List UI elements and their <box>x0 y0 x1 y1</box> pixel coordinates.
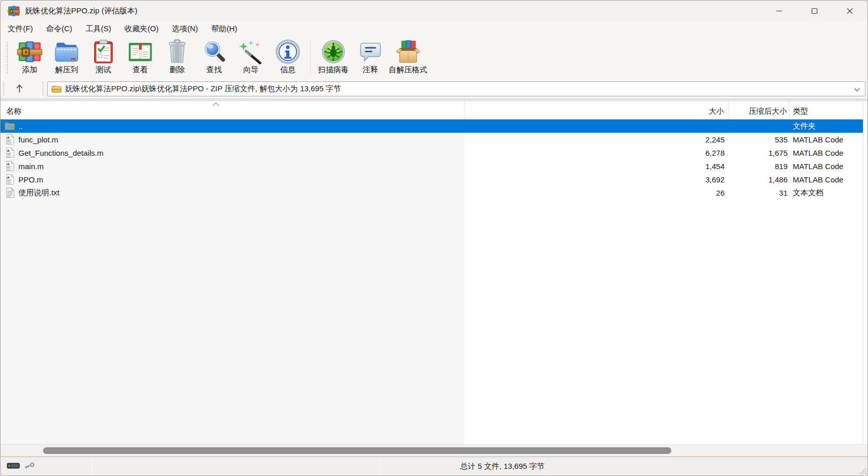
archive-path: 妩蛛优化算法PPO.zip\妩蛛优化算法PPO - ZIP 压缩文件, 解包大小… <box>65 84 341 94</box>
toolbar-label: 注释 <box>363 65 378 75</box>
window-title: 妩蛛优化算法PPO.zip (评估版本) <box>25 6 137 16</box>
table-row[interactable]: 使用说明.txt 26 31 文本文档 <box>1 186 863 199</box>
file-type: 文件夹 <box>790 121 863 131</box>
file-packed-size: 1,675 <box>729 149 790 157</box>
matlab-file-icon <box>5 161 15 171</box>
comment-button[interactable]: 注释 <box>352 36 389 75</box>
folder-up-icon <box>5 121 15 131</box>
file-type: MATLAB Code <box>790 135 863 144</box>
file-type: 文本文档 <box>790 188 863 198</box>
file-size: 3,692 <box>464 175 729 184</box>
horizontal-scrollbar[interactable] <box>1 444 867 457</box>
column-header-size[interactable]: 大小 <box>464 101 729 119</box>
add-archive-icon <box>17 39 43 65</box>
toolbar-label: 扫描病毒 <box>318 65 349 75</box>
minimize-icon <box>776 8 782 14</box>
delete-button[interactable]: 删除 <box>159 36 196 75</box>
toolbar-label: 查找 <box>206 65 222 75</box>
winrar-window: 妩蛛优化算法PPO.zip (评估版本) 文件(F) 命令(C) 工具(S) 收… <box>0 0 868 476</box>
file-size: 6,278 <box>464 149 729 157</box>
menu-favorites[interactable]: 收藏夹(O) <box>124 24 159 34</box>
toolbar-label: 信息 <box>280 65 295 75</box>
up-one-level-button[interactable] <box>11 81 28 96</box>
matlab-file-icon <box>5 148 15 158</box>
file-packed-size: 1,486 <box>729 175 790 184</box>
file-type: MATLAB Code <box>790 175 863 184</box>
menu-bar: 文件(F) 命令(C) 工具(S) 收藏夹(O) 选项(N) 帮助(H) <box>1 21 867 36</box>
view-button[interactable]: 查看 <box>122 36 159 75</box>
menu-file[interactable]: 文件(F) <box>8 24 33 34</box>
table-row[interactable]: Get_Functions_details.m 6,278 1,675 MATL… <box>1 146 863 159</box>
maximize-button[interactable] <box>797 1 832 21</box>
file-packed-size: 819 <box>729 162 790 171</box>
toolbar-label: 删除 <box>170 65 185 75</box>
table-row[interactable]: main.m 1,454 819 MATLAB Code <box>1 159 863 173</box>
file-rows: .. 文件夹 func_plot.m <box>1 119 863 199</box>
menu-help[interactable]: 帮助(H) <box>211 24 237 34</box>
find-button[interactable]: 查找 <box>196 36 232 75</box>
file-list: 名称 大小 压缩后大小 类型 .. 文件夹 <box>1 99 867 444</box>
archive-path-combobox[interactable]: 妩蛛优化算法PPO.zip\妩蛛优化算法PPO - ZIP 压缩文件, 解包大小… <box>47 81 865 96</box>
table-row[interactable]: PPO.m 3,692 1,486 MATLAB Code <box>1 173 863 186</box>
file-name: Get_Functions_details.m <box>18 149 103 157</box>
file-size: 26 <box>464 189 729 197</box>
close-icon <box>846 8 853 14</box>
menu-commands[interactable]: 命令(C) <box>46 24 72 34</box>
winrar-logo-icon <box>8 6 20 16</box>
close-button[interactable] <box>832 1 867 21</box>
virus-scan-icon <box>321 39 346 65</box>
column-header-name[interactable]: 名称 <box>1 101 464 119</box>
maximize-icon <box>811 8 818 14</box>
toolbar-gripper <box>7 42 8 73</box>
resize-grip[interactable] <box>859 467 866 474</box>
table-row[interactable]: .. 文件夹 <box>1 119 863 133</box>
matlab-file-icon <box>5 174 15 184</box>
title-bar: 妩蛛优化算法PPO.zip (评估版本) <box>1 1 867 21</box>
test-archive-icon <box>91 39 116 65</box>
drive-status-icon <box>7 462 20 470</box>
archive-summary: 总计 5 文件, 13,695 字节 <box>379 457 625 475</box>
table-row[interactable]: func_plot.m 2,245 535 MATLAB Code <box>1 133 863 146</box>
column-header-type[interactable]: 类型 <box>790 101 863 119</box>
column-header-packed-size[interactable]: 压缩后大小 <box>729 101 790 119</box>
comment-icon <box>357 39 383 65</box>
status-bar: 总计 5 文件, 13,695 字节 <box>1 457 867 475</box>
text-file-icon <box>5 188 15 198</box>
file-name: main.m <box>18 162 44 171</box>
wizard-icon <box>238 39 264 65</box>
sfx-icon <box>395 39 421 65</box>
toolbar-label: 添加 <box>22 65 37 75</box>
file-packed-size: 535 <box>729 135 790 144</box>
key-status-icon <box>23 461 35 470</box>
chevron-down-icon[interactable] <box>854 88 860 92</box>
file-size: 2,245 <box>464 135 729 144</box>
menu-options[interactable]: 选项(N) <box>172 24 198 34</box>
sort-ascending-icon <box>212 102 220 107</box>
menu-tools[interactable]: 工具(S) <box>86 24 111 34</box>
scrollbar-thumb[interactable] <box>43 447 671 454</box>
matlab-file-icon <box>5 134 15 144</box>
up-arrow-icon <box>15 84 24 93</box>
find-icon <box>201 39 227 65</box>
file-type: MATLAB Code <box>790 149 863 157</box>
file-name: .. <box>18 122 23 131</box>
extract-to-button[interactable]: 解压到 <box>48 36 85 75</box>
zip-folder-icon <box>52 85 61 93</box>
view-file-icon <box>128 39 153 65</box>
address-gripper-2 <box>43 82 44 95</box>
sfx-button[interactable]: 自解压格式 <box>389 36 427 75</box>
wizard-button[interactable]: 向导 <box>232 36 269 75</box>
file-name: 使用说明.txt <box>18 188 59 198</box>
file-size: 1,454 <box>464 162 729 171</box>
minimize-button[interactable] <box>761 1 797 21</box>
file-name: func_plot.m <box>18 135 58 144</box>
add-button[interactable]: 添加 <box>11 36 48 75</box>
scan-virus-button[interactable]: 扫描病毒 <box>315 36 352 75</box>
statusbar-separator <box>92 459 92 474</box>
toolbar-label: 自解压格式 <box>389 65 427 75</box>
info-icon <box>275 39 301 65</box>
toolbar-label: 查看 <box>133 65 148 75</box>
test-button[interactable]: 测试 <box>85 36 122 75</box>
info-button[interactable]: 信息 <box>269 36 306 75</box>
toolbar-label: 解压到 <box>55 65 78 75</box>
